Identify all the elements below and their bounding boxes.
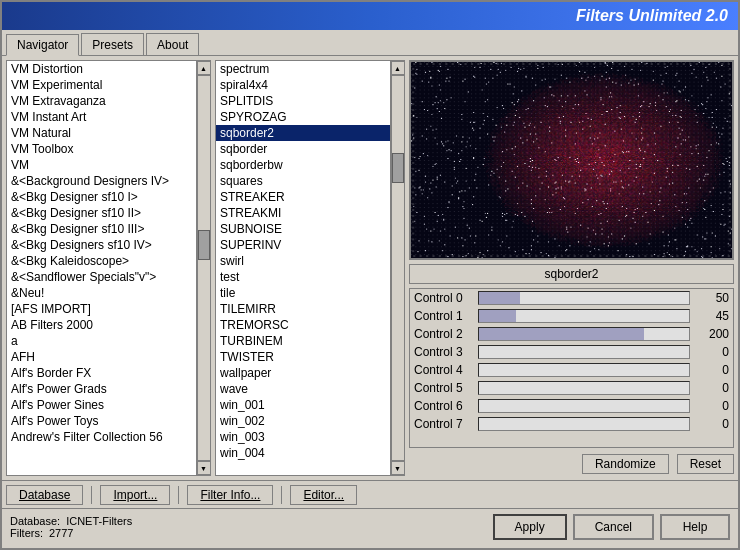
filters-list-item[interactable]: win_002 — [216, 413, 390, 429]
apply-button[interactable]: Apply — [493, 514, 567, 540]
filters-scroll-thumb[interactable] — [392, 153, 404, 183]
categories-list-item[interactable]: Alf's Power Sines — [7, 397, 196, 413]
filters-scrollbar[interactable]: ▲ ▼ — [390, 61, 404, 475]
categories-list-item[interactable]: [AFS IMPORT] — [7, 301, 196, 317]
filters-list-item[interactable]: SPLITDIS — [216, 93, 390, 109]
scroll-track — [197, 75, 211, 461]
filters-value: 2777 — [49, 527, 73, 539]
categories-list-item[interactable]: &<Sandflower Specials"v"> — [7, 269, 196, 285]
filters-list-item[interactable]: wave — [216, 381, 390, 397]
filters-list-item[interactable]: spectrum — [216, 61, 390, 77]
filters-list-item[interactable]: spiral4x4 — [216, 77, 390, 93]
action-buttons: Apply Cancel Help — [493, 514, 730, 540]
filters-list-item[interactable]: STREAKER — [216, 189, 390, 205]
filters-list-item[interactable]: test — [216, 269, 390, 285]
filters-list-item[interactable]: TURBINEM — [216, 333, 390, 349]
categories-list-item[interactable]: &<Bkg Kaleidoscope> — [7, 253, 196, 269]
filters-list-item[interactable]: STREAKMI — [216, 205, 390, 221]
control-value-4: 0 — [694, 363, 729, 377]
categories-list-item[interactable]: &<Bkg Designer sf10 III> — [7, 221, 196, 237]
control-row-3: Control 3 0 — [410, 343, 733, 361]
filter-info-button[interactable]: Filter Info... — [187, 485, 273, 505]
control-slider-6[interactable] — [478, 399, 690, 413]
categories-list-item[interactable]: &<Bkg Designer sf10 II> — [7, 205, 196, 221]
cancel-button[interactable]: Cancel — [573, 514, 654, 540]
tab-bar: Navigator Presets About — [2, 30, 738, 56]
app-title: Filters Unlimited 2.0 — [576, 7, 728, 25]
filters-list-item[interactable]: sqborderbw — [216, 157, 390, 173]
control-row-7: Control 7 0 — [410, 415, 733, 433]
categories-scrollbar[interactable]: ▲ ▼ — [196, 61, 210, 475]
filters-list-item[interactable]: win_001 — [216, 397, 390, 413]
categories-list-item[interactable]: AFH — [7, 349, 196, 365]
control-slider-5[interactable] — [478, 381, 690, 395]
filters-scroll-track — [391, 75, 405, 461]
categories-list-item[interactable]: VM — [7, 157, 196, 173]
import-button[interactable]: Import... — [100, 485, 170, 505]
main-content: VM DistortionVM ExperimentalVM Extravaga… — [2, 56, 738, 480]
reset-button[interactable]: Reset — [677, 454, 734, 474]
categories-list-item[interactable]: &<Background Designers IV> — [7, 173, 196, 189]
filters-list-item[interactable]: tile — [216, 285, 390, 301]
help-button[interactable]: Help — [660, 514, 730, 540]
filters-list-item[interactable]: SPYROZAG — [216, 109, 390, 125]
editor-button[interactable]: Editor... — [290, 485, 357, 505]
categories-list-item[interactable]: &<Bkg Designers sf10 IV> — [7, 237, 196, 253]
control-row-2: Control 2 200 — [410, 325, 733, 343]
filters-list-item[interactable]: TWISTER — [216, 349, 390, 365]
categories-list-item[interactable]: VM Natural — [7, 125, 196, 141]
controls-area: Control 0 50 Control 1 45 Control 2 200 … — [409, 288, 734, 448]
tab-presets[interactable]: Presets — [81, 33, 144, 55]
filters-scroll-up-btn[interactable]: ▲ — [391, 61, 405, 75]
categories-list-item[interactable]: VM Instant Art — [7, 109, 196, 125]
categories-list-item[interactable]: Alf's Power Toys — [7, 413, 196, 429]
categories-list-item[interactable]: Alf's Border FX — [7, 365, 196, 381]
filters-list-item[interactable]: sqborder — [216, 141, 390, 157]
control-slider-7[interactable] — [478, 417, 690, 431]
categories-panel: VM DistortionVM ExperimentalVM Extravaga… — [6, 60, 211, 476]
scroll-up-btn[interactable]: ▲ — [197, 61, 211, 75]
categories-list-item[interactable]: VM Experimental — [7, 77, 196, 93]
filters-list-item[interactable]: win_004 — [216, 445, 390, 461]
tab-about[interactable]: About — [146, 33, 199, 55]
control-label-0: Control 0 — [414, 291, 474, 305]
scroll-thumb[interactable] — [198, 230, 210, 260]
filters-list-item[interactable]: sqborder2 — [216, 125, 390, 141]
categories-list-item[interactable]: Andrew's Filter Collection 56 — [7, 429, 196, 445]
control-value-3: 0 — [694, 345, 729, 359]
filters-list-item[interactable]: squares — [216, 173, 390, 189]
control-row-4: Control 4 0 — [410, 361, 733, 379]
filters-list-item[interactable]: TREMORSC — [216, 317, 390, 333]
database-label: Database: — [10, 515, 60, 527]
tab-navigator[interactable]: Navigator — [6, 34, 79, 56]
preview-canvas — [411, 62, 732, 258]
scroll-down-btn[interactable]: ▼ — [197, 461, 211, 475]
filters-list-item[interactable]: SUBNOISE — [216, 221, 390, 237]
control-slider-4[interactable] — [478, 363, 690, 377]
categories-list-item[interactable]: VM Extravaganza — [7, 93, 196, 109]
filters-list-item[interactable]: swirl — [216, 253, 390, 269]
control-slider-3[interactable] — [478, 345, 690, 359]
categories-list-item[interactable]: a — [7, 333, 196, 349]
randomize-button[interactable]: Randomize — [582, 454, 669, 474]
categories-list-item[interactable]: VM Toolbox — [7, 141, 196, 157]
database-button[interactable]: Database — [6, 485, 83, 505]
control-row-1: Control 1 45 — [410, 307, 733, 325]
control-slider-2[interactable] — [478, 327, 690, 341]
filters-list-item[interactable]: win_003 — [216, 429, 390, 445]
categories-list-item[interactable]: &Neu! — [7, 285, 196, 301]
categories-list-item[interactable]: VM Distortion — [7, 61, 196, 77]
categories-list-item[interactable]: AB Filters 2000 — [7, 317, 196, 333]
filters-scroll-down-btn[interactable]: ▼ — [391, 461, 405, 475]
filters-list-item[interactable]: wallpaper — [216, 365, 390, 381]
filters-list-item[interactable]: SUPERINV — [216, 237, 390, 253]
control-slider-0[interactable] — [478, 291, 690, 305]
control-row-0: Control 0 50 — [410, 289, 733, 307]
filters-list-item[interactable]: TILEMIRR — [216, 301, 390, 317]
categories-list-item[interactable]: &<Bkg Designer sf10 I> — [7, 189, 196, 205]
control-slider-1[interactable] — [478, 309, 690, 323]
database-value: ICNET-Filters — [66, 515, 132, 527]
categories-list-item[interactable]: Alf's Power Grads — [7, 381, 196, 397]
status-bar: Database: ICNET-Filters Filters: 2777 — [10, 515, 132, 539]
filters-label: Filters: — [10, 527, 43, 539]
